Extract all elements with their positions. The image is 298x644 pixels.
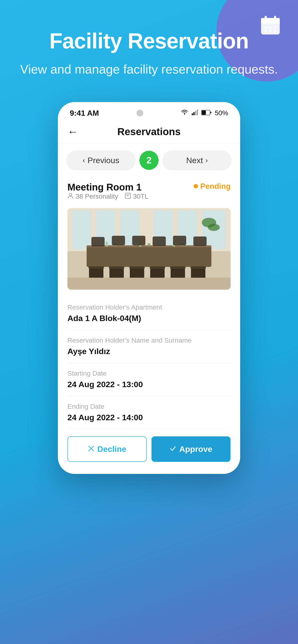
check-icon — [170, 444, 176, 454]
facility-card: Meeting Room 1 38 Personality — [58, 177, 240, 290]
svg-rect-57 — [132, 236, 145, 245]
start-date-label: Starting Date — [67, 370, 231, 377]
svg-point-37 — [147, 243, 151, 246]
decline-label: Decline — [97, 444, 126, 454]
phone-frame: 9:41 AM — [58, 102, 240, 474]
decline-button[interactable]: Decline — [67, 436, 146, 462]
signal-icon — [192, 109, 198, 117]
price-icon — [125, 192, 131, 200]
svg-rect-9 — [274, 30, 276, 32]
notch-dot — [136, 110, 143, 116]
phone-mockup: 9:41 AM — [0, 102, 298, 474]
facility-image — [67, 208, 231, 290]
name-row: Reservation Holder's Name and Surname Ay… — [67, 330, 231, 363]
svg-rect-56 — [112, 236, 125, 245]
svg-rect-13 — [195, 111, 196, 115]
svg-rect-1 — [261, 18, 280, 24]
apartment-row: Reservation Holder's Apartment Ada 1 A B… — [67, 297, 231, 330]
svg-rect-4 — [265, 26, 267, 28]
current-page-indicator: 2 — [139, 151, 159, 170]
svg-rect-44 — [129, 266, 145, 269]
action-buttons: Decline Approve — [58, 429, 240, 474]
svg-point-30 — [208, 224, 220, 231]
person-icon — [67, 192, 74, 200]
back-button[interactable]: ← — [67, 126, 78, 138]
svg-rect-6 — [274, 26, 276, 28]
svg-rect-5 — [269, 26, 272, 28]
status-badge: Pending — [194, 182, 231, 191]
nav-bar: ← Reservations — [58, 120, 240, 144]
svg-rect-55 — [91, 237, 105, 246]
x-icon — [88, 444, 95, 454]
svg-rect-2 — [265, 16, 267, 21]
calendar-icon[interactable] — [260, 14, 281, 36]
svg-rect-60 — [193, 236, 207, 246]
svg-point-17 — [69, 193, 72, 196]
facility-meta: 38 Personality 30TL — [67, 192, 148, 200]
end-date-row: Ending Date 24 Aug 2022 - 14:00 — [67, 396, 231, 429]
facility-header: Meeting Room 1 38 Personality — [67, 182, 231, 206]
page-title: Facility Reservation — [0, 29, 298, 54]
end-date-label: Ending Date — [67, 403, 231, 410]
svg-rect-20 — [126, 196, 129, 196]
end-date-value: 24 Aug 2022 - 14:00 — [67, 413, 231, 422]
apartment-label: Reservation Holder's Apartment — [67, 304, 231, 311]
approve-button[interactable]: Approve — [152, 436, 231, 462]
svg-rect-3 — [274, 16, 276, 21]
battery-percent: 50% — [215, 109, 228, 117]
next-button[interactable]: Next › — [163, 150, 232, 170]
chevron-right-icon: › — [205, 156, 208, 164]
status-dot — [194, 184, 198, 188]
svg-rect-16 — [202, 110, 206, 115]
facility-price: 30TL — [125, 192, 148, 200]
pagination: ‹ Previous 2 Next › — [58, 144, 240, 177]
svg-rect-33 — [106, 242, 108, 246]
start-date-row: Starting Date 24 Aug 2022 - 13:00 — [67, 363, 231, 396]
svg-rect-31 — [87, 245, 211, 267]
nav-title: Reservations — [78, 126, 220, 138]
name-label: Reservation Holder's Name and Surname — [67, 336, 231, 344]
svg-point-10 — [184, 114, 185, 115]
svg-rect-61 — [67, 278, 231, 290]
svg-rect-19 — [126, 194, 129, 195]
previous-button[interactable]: ‹ Previous — [66, 150, 135, 170]
wifi-icon — [181, 109, 188, 117]
svg-rect-46 — [150, 266, 165, 269]
svg-rect-40 — [89, 266, 104, 269]
header-section: Facility Reservation View and manage fac… — [0, 0, 298, 97]
status-bar: 9:41 AM — [58, 102, 240, 120]
svg-rect-42 — [109, 266, 124, 269]
svg-rect-14 — [197, 110, 198, 115]
svg-rect-48 — [170, 266, 186, 269]
chevron-left-icon: ‹ — [83, 156, 85, 164]
svg-rect-12 — [193, 112, 195, 115]
facility-name: Meeting Room 1 — [67, 182, 148, 192]
svg-rect-11 — [192, 113, 193, 115]
page-subtitle: View and manage facility reservation req… — [0, 60, 298, 78]
svg-rect-58 — [153, 236, 166, 246]
previous-label: Previous — [88, 156, 119, 165]
approve-label: Approve — [179, 444, 212, 454]
status-icons: 50% — [181, 109, 228, 117]
apartment-value: Ada 1 A Blok-04(M) — [67, 314, 231, 323]
detail-section: Reservation Holder's Apartment Ada 1 A B… — [58, 297, 240, 429]
svg-rect-50 — [191, 266, 206, 269]
svg-rect-7 — [265, 30, 267, 32]
next-label: Next — [186, 156, 203, 165]
svg-rect-8 — [269, 30, 272, 32]
facility-capacity: 38 Personality — [67, 192, 118, 200]
start-date-value: 24 Aug 2022 - 13:00 — [67, 380, 231, 389]
battery-icon — [201, 109, 211, 117]
name-value: Ayşe Yıldız — [67, 347, 231, 356]
status-time: 9:41 AM — [70, 109, 99, 118]
svg-rect-23 — [72, 210, 91, 249]
svg-rect-59 — [173, 236, 186, 245]
status-text: Pending — [200, 182, 231, 191]
